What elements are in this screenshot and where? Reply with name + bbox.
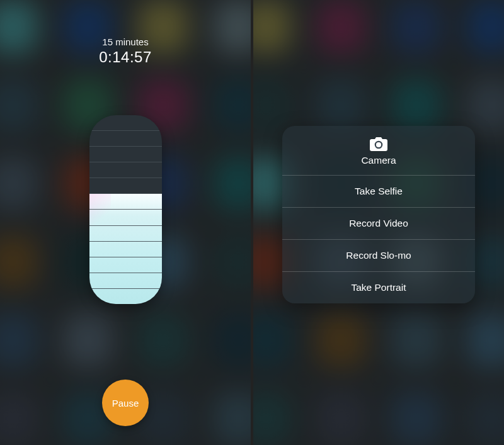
menu-item-take-portrait[interactable]: Take Portrait bbox=[282, 272, 475, 303]
screen-timer: 15 minutes 0:14:57 Pause bbox=[0, 0, 251, 445]
pause-button[interactable]: Pause bbox=[102, 380, 149, 426]
timer-dial[interactable] bbox=[89, 115, 162, 304]
menu-item-take-selfie[interactable]: Take Selfie bbox=[282, 176, 475, 208]
menu-item-record-slomo[interactable]: Record Slo-mo bbox=[282, 240, 475, 272]
screen-camera-menu: Camera Take Selfie Record Video Record S… bbox=[253, 0, 504, 445]
camera-icon bbox=[369, 137, 388, 151]
timer-remaining: 0:14:57 bbox=[99, 48, 152, 66]
camera-menu-header[interactable]: Camera bbox=[282, 126, 475, 176]
menu-item-record-video[interactable]: Record Video bbox=[282, 208, 475, 240]
timer-duration-label: 15 minutes bbox=[102, 37, 148, 47]
camera-menu-title: Camera bbox=[361, 155, 396, 166]
camera-quick-menu: Camera Take Selfie Record Video Record S… bbox=[282, 126, 475, 303]
